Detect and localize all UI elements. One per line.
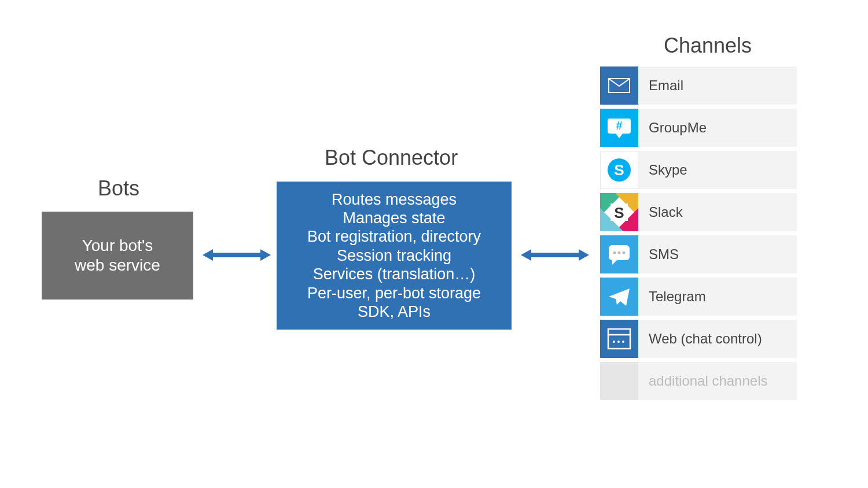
channel-label-sms: SMS [638, 235, 797, 273]
web-icon [600, 320, 638, 358]
email-icon [600, 66, 638, 105]
svg-text:S: S [614, 161, 624, 179]
connector-line-4: Services (translation…) [313, 265, 476, 283]
channel-label-slack: Slack [638, 193, 797, 231]
svg-marker-21 [609, 289, 630, 306]
svg-marker-17 [612, 259, 618, 265]
connector-line-3: Session tracking [337, 246, 451, 265]
channel-label-web: Web (chat control) [638, 320, 797, 358]
channel-row-skype: S Skype [600, 151, 797, 189]
channels-title: Channels [664, 34, 752, 58]
channel-label-skype: Skype [638, 151, 797, 189]
blank-icon [600, 362, 638, 400]
connector-line-5: Per-user, per-bot storage [307, 284, 481, 302]
telegram-icon [600, 278, 638, 316]
connector-line-6: SDK, APIs [358, 302, 431, 321]
connector-line-1: Manages state [343, 209, 445, 227]
channels-list: Email # GroupMe S Skype S Slack [600, 66, 797, 404]
groupme-icon: # [600, 109, 638, 147]
channel-label-telegram: Telegram [638, 278, 797, 316]
bots-title: Bots [98, 176, 139, 201]
arrow-bots-connector-icon [203, 246, 271, 264]
svg-point-24 [613, 341, 615, 343]
bots-box-line1: Your bot's [75, 236, 160, 256]
svg-text:S: S [614, 204, 624, 221]
svg-marker-2 [260, 249, 271, 261]
channel-row-groupme: # GroupMe [600, 109, 797, 147]
connector-line-2: Bot registration, directory [307, 227, 481, 246]
channel-row-sms: SMS [600, 235, 797, 273]
svg-point-20 [623, 252, 626, 254]
sms-icon [600, 235, 638, 273]
connector-box: Routes messages Manages state Bot regist… [277, 182, 512, 330]
svg-marker-5 [579, 249, 589, 261]
skype-icon: S [600, 151, 638, 189]
arrow-connector-channels-icon [521, 246, 589, 264]
svg-marker-1 [203, 249, 213, 261]
connector-title: Bot Connector [325, 146, 458, 170]
bots-box-line2: web service [75, 256, 160, 275]
channel-row-email: Email [600, 66, 797, 105]
svg-text:#: # [616, 119, 622, 132]
channel-row-slack: S Slack [600, 193, 797, 231]
channel-row-web: Web (chat control) [600, 320, 797, 358]
channel-label-additional: additional channels [638, 362, 797, 400]
svg-point-18 [613, 252, 616, 254]
connector-line-0: Routes messages [332, 190, 457, 209]
svg-point-19 [618, 252, 621, 254]
channel-label-groupme: GroupMe [638, 109, 797, 147]
channel-row-additional: additional channels [600, 362, 797, 400]
channel-label-email: Email [638, 66, 797, 105]
channel-row-telegram: Telegram [600, 278, 797, 316]
svg-marker-4 [521, 249, 531, 261]
svg-rect-22 [608, 329, 630, 349]
slack-icon: S [600, 193, 638, 231]
svg-point-25 [617, 341, 620, 343]
bots-box: Your bot's web service [42, 212, 193, 300]
svg-point-26 [622, 341, 624, 343]
